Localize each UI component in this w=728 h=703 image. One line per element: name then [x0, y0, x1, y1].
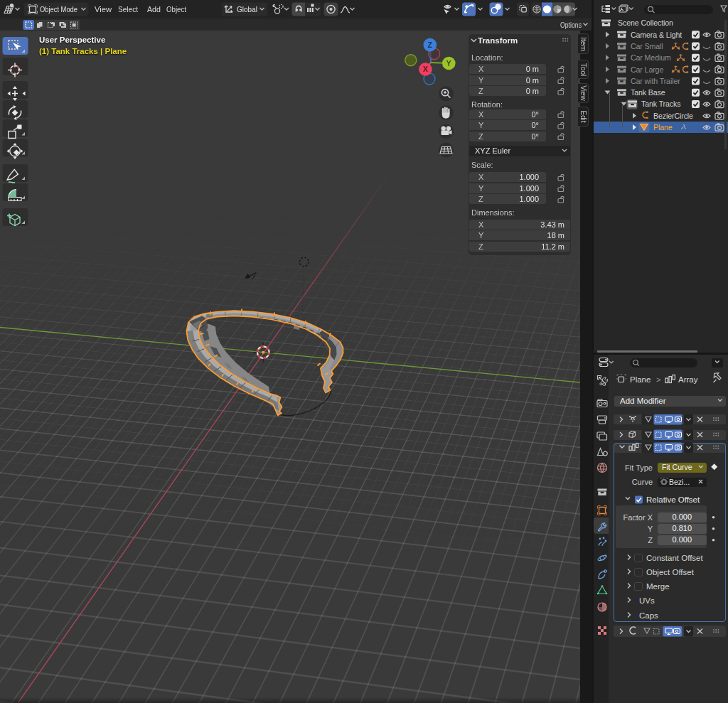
svg-text:X: X [423, 65, 428, 73]
svg-text:Global: Global [237, 5, 257, 14]
svg-text:View: View [95, 5, 112, 14]
svg-text:Options: Options [560, 21, 582, 29]
svg-text:Y: Y [446, 59, 451, 68]
svg-text:Select: Select [118, 5, 139, 14]
svg-text:Add: Add [147, 5, 161, 14]
svg-text:Object Mode: Object Mode [40, 5, 77, 14]
svg-text:Object: Object [166, 5, 187, 14]
svg-text:Z: Z [428, 41, 433, 49]
